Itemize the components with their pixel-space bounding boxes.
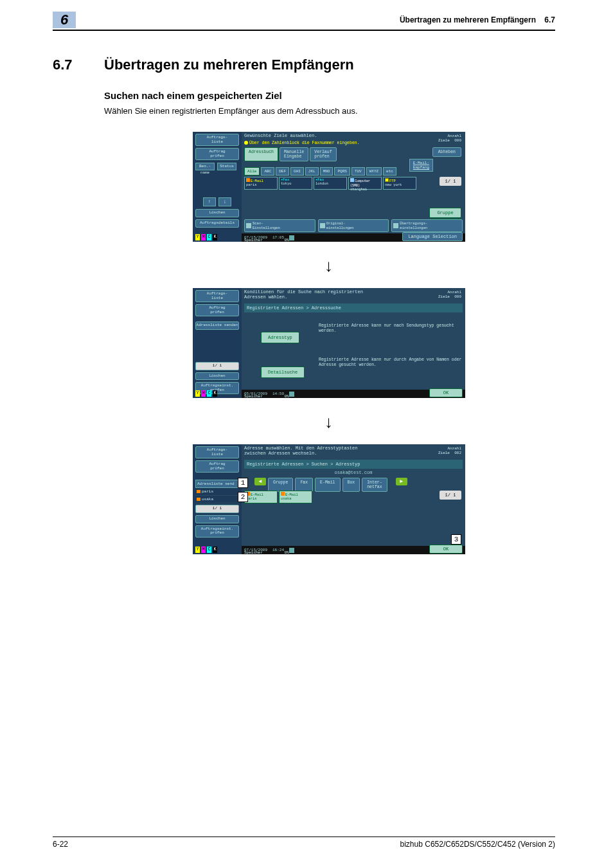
btn-language[interactable]: Language Selection xyxy=(402,232,463,241)
screenshot-1: Auftrags- liste Auftrag prüfen Ben.- nam… xyxy=(193,132,465,242)
ymck-icon: YMCK xyxy=(195,390,218,397)
running-head: Übertragen zu mehreren Empfängern 6.7 xyxy=(400,15,555,24)
alpha-etc[interactable]: etc xyxy=(383,167,396,176)
alpha-wxyz[interactable]: WXYZ xyxy=(366,167,382,176)
btn-auftrag-pruefen[interactable]: Auftrag prüfen xyxy=(195,460,239,473)
status-mem: Speicher 0% xyxy=(244,550,289,555)
domain-display: osaka@test.com xyxy=(244,469,463,476)
arrow-down-icon: ↓ xyxy=(324,256,333,276)
memory-icon xyxy=(289,235,294,240)
btn-uebertr-einst[interactable]: Übertragungs- einstellungen xyxy=(391,219,463,232)
pager-left: 1/ 1 xyxy=(195,362,239,370)
dest-count: Anzahl Ziele 000 xyxy=(438,134,461,143)
pager-left: 1/ 1 xyxy=(195,505,239,513)
callout-2: 2 xyxy=(238,492,248,502)
arrow-right-icon[interactable]: ► xyxy=(396,478,407,485)
memory-icon xyxy=(289,392,294,397)
ymck-icon: YMCK xyxy=(195,547,218,553)
btn-auftragsliste[interactable]: Auftrags- liste xyxy=(195,134,239,146)
section-number: 6.7 xyxy=(53,57,73,73)
alpha-ghi[interactable]: GHI xyxy=(290,167,304,176)
email-icon xyxy=(281,492,285,496)
list-item-osaka[interactable]: osaka xyxy=(195,496,239,503)
info-text-1: Registrierte Adresse kann nur nach Sendu… xyxy=(319,323,465,334)
btn-ok[interactable]: OK xyxy=(429,388,463,397)
screenshot-3: Auftrags- liste Auftrag prüfen Adresslis… xyxy=(193,444,465,554)
btn-adressliste-senden[interactable]: Adressliste senden xyxy=(195,321,239,330)
dest-shanghai[interactable]: Computer (SMB)shanghai xyxy=(348,177,382,190)
tab-manuelle-eingabe[interactable]: Manuelle Eingabe xyxy=(280,147,308,161)
transfer-icon xyxy=(393,223,398,228)
btn-abheben[interactable]: Abheben xyxy=(432,147,461,157)
email-icon xyxy=(197,490,200,493)
arrow-down-icon: ↓ xyxy=(324,412,333,432)
dest-count: Anzahl Ziele 002 xyxy=(438,446,461,455)
alpha-pqrs[interactable]: PQRS xyxy=(334,167,350,176)
btn-loeschen[interactable]: Löschen xyxy=(195,209,239,217)
scan-icon xyxy=(246,223,251,228)
btn-auftrag-pruefen[interactable]: Auftrag prüfen xyxy=(195,148,239,160)
arrow-up[interactable]: ↑ xyxy=(203,197,216,206)
btn-auftragseinst[interactable]: Auftragseinst. prüfen xyxy=(195,525,239,538)
instruction-text: Konditionen für die Suche nach registrie… xyxy=(244,289,420,300)
section-title: Übertragen zu mehreren Empfängern xyxy=(104,57,354,73)
dest-tokyo[interactable]: ✦Faxtokyo xyxy=(279,177,312,190)
footer-rule xyxy=(53,836,555,837)
dest-london[interactable]: ✦Faxlondon xyxy=(314,177,347,190)
original-icon xyxy=(320,223,325,228)
btn-loeschen[interactable]: Löschen xyxy=(195,515,239,523)
btn-original-einst[interactable]: Original- einstellungen xyxy=(318,219,389,232)
arrow-left-icon[interactable]: ◄ xyxy=(254,478,266,485)
bulb-icon xyxy=(244,141,248,145)
arrow-down[interactable]: ↓ xyxy=(218,197,231,206)
btn-scan-einst[interactable]: Scan- Einstellungen xyxy=(244,219,315,232)
breadcrumb: Registrierte Adressen > Suchen > Adresst… xyxy=(244,460,463,469)
info-text-2: Registrierte Adresse kann nur durch Anga… xyxy=(319,357,465,368)
ftp-icon xyxy=(385,178,389,182)
instruction-text: Gewünschte Ziele auswählen. xyxy=(244,133,420,138)
footer-model: bizhub C652/C652DS/C552/C452 (Version 2) xyxy=(400,840,555,849)
ymck-icon: YMCK xyxy=(195,234,218,240)
callout-1: 1 xyxy=(238,478,248,488)
alpha-jkl[interactable]: JKL xyxy=(305,167,319,176)
btn-adresstyp[interactable]: Adresstyp xyxy=(261,332,299,343)
email-icon xyxy=(197,498,200,501)
type-fax[interactable]: Fax xyxy=(295,478,313,492)
alpha-def[interactable]: DEF xyxy=(276,167,289,176)
header-rule xyxy=(53,30,555,31)
btn-loeschen[interactable]: Löschen xyxy=(195,372,239,381)
alpha-abc[interactable]: ABC xyxy=(261,167,274,176)
type-gruppe[interactable]: Gruppe xyxy=(268,478,293,492)
btn-auftragsliste[interactable]: Auftrags- liste xyxy=(195,446,239,458)
list-item-paris[interactable]: paris xyxy=(195,488,239,496)
tab-adressbuch[interactable]: Adressbuch xyxy=(244,147,278,161)
status-mem: Speicher 0% xyxy=(244,394,289,399)
dest-paris[interactable]: E-Mailparis xyxy=(244,177,278,190)
btn-auftragsdetails[interactable]: Auftragsdetails xyxy=(195,219,239,228)
pager: 1/ 1 xyxy=(440,491,461,500)
tab-verlauf[interactable]: Verlauf prüfen xyxy=(310,147,336,161)
type-internetfax[interactable]: Inter- netfax xyxy=(362,478,387,492)
btn-gruppe[interactable]: Gruppe xyxy=(429,208,461,218)
alpha-mno[interactable]: MNO xyxy=(320,167,333,176)
dest-newyork[interactable]: FTPnew york xyxy=(383,177,416,190)
running-num: 6.7 xyxy=(544,15,555,24)
type-box[interactable]: Box xyxy=(342,478,360,492)
btn-ok[interactable]: OK xyxy=(429,545,463,554)
alpha-tuv[interactable]: TUV xyxy=(351,167,365,176)
type-email[interactable]: E-Mail xyxy=(315,478,340,492)
alpha-alle[interactable]: Alle xyxy=(244,167,260,176)
screenshot-2: Auftrags- liste Auftrag prüfen Adresslis… xyxy=(193,288,465,398)
btn-email-empfang[interactable]: E-Mail- Empfang xyxy=(409,159,433,172)
btn-auftrag-pruefen[interactable]: Auftrag prüfen xyxy=(195,304,239,316)
breadcrumb: Registrierte Adressen > Adresssuche xyxy=(244,303,463,312)
col-benname: Ben.- name xyxy=(195,163,215,170)
dest-paris[interactable]: E-Mailparis xyxy=(244,491,278,503)
status-mem: Speicher 0% xyxy=(244,238,289,242)
page-number: 6-22 xyxy=(53,840,68,849)
callout-3: 3 xyxy=(451,534,461,545)
dest-osaka[interactable]: E-Mailosaka xyxy=(279,491,312,503)
btn-detailsuche[interactable]: Detailsuche xyxy=(261,366,305,378)
hint-line: Über den Zahlenblock die Faxnummer einge… xyxy=(244,141,360,145)
btn-auftragsliste[interactable]: Auftrags- liste xyxy=(195,290,239,302)
